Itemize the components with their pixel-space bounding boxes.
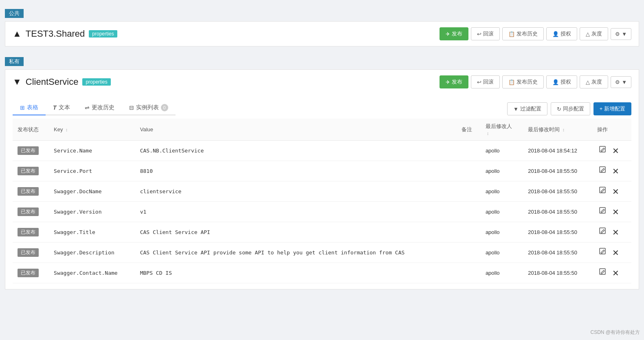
- authorize-icon: 👤: [552, 79, 559, 85]
- delete-icon[interactable]: ✕: [612, 208, 619, 216]
- public-publish-button[interactable]: ✈ 发布: [440, 27, 468, 40]
- tab-instances[interactable]: ⊟ 实例列表 0: [122, 101, 176, 115]
- private-triangle: ▼: [13, 77, 22, 87]
- edit-icon[interactable]: [599, 188, 609, 196]
- cell-time: 2018-08-04 18:55:50: [523, 181, 592, 202]
- authorize-icon: 👤: [552, 31, 559, 37]
- history-icon: 📋: [508, 79, 515, 85]
- private-properties-badge: properties: [82, 78, 110, 86]
- edit-icon[interactable]: [599, 168, 609, 176]
- status-badge: 已发布: [18, 187, 39, 196]
- settings-dropdown-icon: ▼: [622, 79, 627, 85]
- cell-remark: [457, 181, 481, 202]
- edit-icon[interactable]: [599, 208, 609, 216]
- public-authorize-button[interactable]: 👤 授权: [546, 27, 577, 40]
- public-gray-button[interactable]: △ 灰度: [580, 27, 608, 40]
- delete-icon[interactable]: ✕: [612, 228, 619, 237]
- cell-remark: [457, 222, 481, 243]
- status-badge: 已发布: [18, 228, 39, 236]
- cell-action: ✕: [592, 141, 631, 161]
- tab-history-label: 更改历史: [92, 104, 114, 111]
- table-row: 已发布 Service.Name CAS.NB.ClientService ap…: [13, 141, 631, 161]
- filter-icon: ▼: [513, 106, 519, 112]
- col-time[interactable]: 最后修改时间 ↕: [523, 119, 592, 141]
- delete-icon[interactable]: ✕: [612, 167, 619, 176]
- private-rollback-button[interactable]: ↩ 回滚: [471, 75, 500, 88]
- tab-table-label: 表格: [27, 104, 38, 111]
- cell-action: ✕: [592, 243, 631, 263]
- table-row: 已发布 Swagger.Description CAS Client Servi…: [13, 243, 631, 263]
- cell-key: Service.Port: [49, 161, 135, 181]
- tab-history[interactable]: ⇌ 更改历史: [77, 101, 122, 115]
- cell-action: ✕: [592, 202, 631, 222]
- private-gray-button[interactable]: △ 灰度: [580, 75, 608, 88]
- cell-key: Swagger.Title: [49, 222, 135, 243]
- private-label: 私有: [5, 57, 24, 66]
- col-modifier[interactable]: 最后修改人↕: [481, 119, 523, 141]
- add-config-button[interactable]: + 新增配置: [593, 102, 631, 115]
- cell-modifier: apollo: [481, 141, 523, 161]
- private-action-buttons: ✈ 发布 ↩ 回滚 📋 发布历史 👤 授权 △ 灰度: [440, 75, 631, 88]
- cell-modifier: apollo: [481, 202, 523, 222]
- delete-icon[interactable]: ✕: [612, 248, 619, 257]
- sync-button[interactable]: ↻ 同步配置: [551, 102, 590, 115]
- cell-time: 2018-08-04 18:54:12: [523, 141, 592, 161]
- delete-icon[interactable]: ✕: [612, 187, 619, 196]
- public-history-button[interactable]: 📋 发布历史: [502, 27, 544, 40]
- cell-value: CAS Client Service API provide some API …: [135, 243, 457, 263]
- public-rollback-button[interactable]: ↩ 回滚: [471, 27, 500, 40]
- cell-remark: [457, 161, 481, 181]
- cell-time: 2018-08-04 18:55:50: [523, 263, 592, 283]
- edit-icon[interactable]: [599, 269, 609, 278]
- sync-icon: ↻: [557, 106, 561, 112]
- publish-icon: ✈: [446, 79, 450, 85]
- history-change-icon: ⇌: [85, 104, 90, 111]
- private-history-button[interactable]: 📋 发布历史: [502, 75, 544, 88]
- tab-text[interactable]: T 文本: [46, 101, 77, 115]
- status-badge: 已发布: [18, 146, 39, 155]
- delete-icon[interactable]: ✕: [612, 269, 619, 278]
- table-row: 已发布 Swagger.Title CAS Client Service API…: [13, 222, 631, 243]
- cell-action: ✕: [592, 222, 631, 243]
- instances-badge: 0: [161, 104, 168, 111]
- edit-icon[interactable]: [599, 249, 609, 257]
- cell-modifier: apollo: [481, 222, 523, 243]
- instances-icon: ⊟: [129, 104, 134, 111]
- cell-status: 已发布: [13, 202, 49, 222]
- time-sort-icon: ↕: [563, 127, 565, 132]
- cell-value: CAS Client Service API: [135, 222, 457, 243]
- cell-remark: [457, 202, 481, 222]
- delete-icon[interactable]: ✕: [612, 146, 619, 155]
- table-row: 已发布 Swagger.Contact.Name MBPS CD IS apol…: [13, 263, 631, 283]
- edit-icon[interactable]: [599, 147, 609, 155]
- cell-key: Swagger.Description: [49, 243, 135, 263]
- cell-time: 2018-08-04 18:55:50: [523, 161, 592, 181]
- config-toolbar: ▼ 过滤配置 ↻ 同步配置 + 新增配置: [507, 102, 631, 115]
- table-icon: ⊞: [20, 104, 25, 111]
- private-settings-button[interactable]: ⚙ ▼: [611, 76, 631, 88]
- rollback-icon: ↩: [477, 31, 481, 37]
- public-settings-button[interactable]: ⚙ ▼: [611, 28, 631, 40]
- col-key[interactable]: Key ↕: [49, 119, 135, 141]
- settings-icon: ⚙: [615, 79, 620, 85]
- tab-text-label: 文本: [59, 104, 70, 111]
- private-publish-button[interactable]: ✈ 发布: [440, 75, 468, 88]
- cell-remark: [457, 141, 481, 161]
- cell-remark: [457, 243, 481, 263]
- cell-action: ✕: [592, 181, 631, 202]
- cell-time: 2018-08-04 18:55:50: [523, 222, 592, 243]
- cell-time: 2018-08-04 18:55:50: [523, 202, 592, 222]
- table-header-row: 发布状态 Key ↕ Value 备注 最后修改人↕ 最后修改时间 ↕ 操作: [13, 119, 631, 141]
- edit-icon[interactable]: [599, 229, 609, 237]
- tab-table[interactable]: ⊞ 表格: [13, 101, 46, 115]
- cell-action: ✕: [592, 263, 631, 283]
- cell-status: 已发布: [13, 263, 49, 283]
- public-title-text: TEST3.Shared: [26, 29, 85, 39]
- settings-dropdown-icon: ▼: [622, 31, 627, 37]
- status-badge: 已发布: [18, 269, 39, 277]
- filter-button[interactable]: ▼ 过滤配置: [507, 102, 547, 115]
- private-authorize-button[interactable]: 👤 授权: [546, 75, 577, 88]
- cell-value: clientservice: [135, 181, 457, 202]
- cell-key: Service.Name: [49, 141, 135, 161]
- config-table-wrapper: 发布状态 Key ↕ Value 备注 最后修改人↕ 最后修改时间 ↕ 操作: [13, 119, 631, 283]
